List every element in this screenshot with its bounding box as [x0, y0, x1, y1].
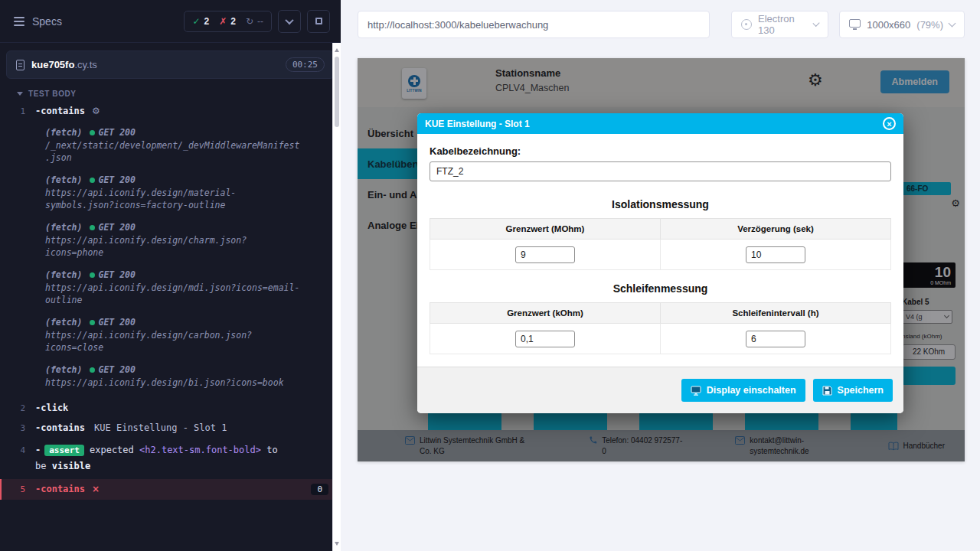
refresh-icon: ↻: [246, 16, 253, 27]
chevron-down-icon: [949, 19, 956, 27]
test-body-label: TEST BODY: [28, 90, 77, 98]
column-header: Grenzwert (MOhm): [430, 219, 661, 240]
command-message: KUE Einstellung - Slot 1: [94, 422, 227, 433]
monitor-icon: [691, 386, 701, 396]
test-body-toggle[interactable]: TEST BODY: [0, 79, 341, 101]
electron-icon: [741, 19, 752, 30]
isolationsmessung-table: Grenzwert (MOhm) Verzögerung (sek): [430, 218, 891, 270]
command-contains-failed[interactable]: 5 -contains × 0: [0, 479, 341, 500]
check-icon: ✓: [192, 16, 200, 27]
command-contains-2[interactable]: 3 -contains KUE Einstellung - Slot 1: [0, 418, 341, 438]
command-method: -contains: [35, 484, 85, 494]
spec-file-row[interactable]: kue705fo.cy.ts 00:25: [6, 51, 335, 79]
command-method: -click: [35, 403, 68, 413]
stop-tests-button[interactable]: [307, 10, 330, 33]
browser-chrome-bar: Electron 130 1000x660 (79%): [358, 11, 965, 38]
stat-pending: ↻--: [246, 16, 263, 27]
scroll-down-arrow-icon[interactable]: [335, 542, 339, 546]
command-method: -contains: [35, 106, 85, 116]
fetch-url: /_next/static/development/_devMiddleware…: [45, 139, 302, 165]
browser-pane: Electron 130 1000x660 (79%) LITTWIN Stat…: [341, 0, 980, 551]
chevron-down-icon: [285, 15, 293, 24]
status-dot-icon: [90, 225, 95, 230]
isolationsmessung-heading: Isolationsmessung: [430, 198, 891, 210]
stat-failed: ✗2: [219, 16, 236, 27]
stop-icon: [315, 18, 322, 24]
schleifenmessung-heading: Schleifenmessung: [430, 282, 891, 295]
fetch-url: https://api.iconify.design/material-symb…: [45, 187, 302, 212]
auto-scroll-button[interactable]: [278, 10, 301, 33]
command-number: 1: [0, 106, 35, 116]
speichern-button[interactable]: Speichern: [813, 379, 893, 402]
modal-title: KUE Einstellung - Slot 1: [425, 119, 530, 129]
fetch-url: https://api.iconify.design/bi.json?icons…: [45, 377, 302, 390]
command-log: 1 -contains ⚙ (fetch)GET 200 /_next/stat…: [0, 101, 341, 500]
chevron-down-icon: [812, 19, 819, 26]
fetch-log-row: (fetch)GET 200 https://api.iconify.desig…: [45, 174, 330, 212]
assert-badge: assert: [44, 445, 84, 456]
command-click[interactable]: 2 -click: [0, 398, 341, 418]
column-header: Grenzwert (kOhm): [430, 303, 661, 324]
fetch-url: https://api.iconify.design/carbon.json?i…: [45, 329, 302, 354]
grenzwert-mohm-input[interactable]: [515, 246, 575, 263]
scroll-up-arrow-icon[interactable]: [335, 48, 339, 52]
command-number: 5: [2, 484, 35, 494]
fetch-log-row: (fetch)GET 200 /_next/static/development…: [45, 126, 330, 165]
fetch-log-row: (fetch)GET 200 https://api.iconify.desig…: [45, 364, 330, 389]
column-header: Schleifenintervall (h): [661, 303, 891, 324]
fetch-url: https://api.iconify.design/charm.json?ic…: [45, 234, 302, 259]
command-contains-1[interactable]: 1 -contains ⚙: [0, 101, 341, 121]
status-dot-icon: [90, 272, 95, 278]
schleifenmessung-table: Grenzwert (kOhm) Schleifenintervall (h): [430, 302, 891, 354]
grenzwert-kohm-input[interactable]: [515, 331, 575, 347]
reporter-scrollbar[interactable]: [332, 43, 341, 551]
command-number: 2: [0, 403, 35, 413]
app-under-test: LITTWIN Stationsname CPLV4_Maschen ⚙ Abm…: [358, 58, 965, 461]
viewport-selector[interactable]: 1000x660 (79%): [839, 11, 965, 38]
stat-passed: ✓2: [192, 16, 209, 27]
spec-file-icon: [16, 60, 24, 70]
save-icon: [822, 386, 832, 396]
command-number: 4: [0, 445, 35, 455]
reporter-header: Specs ✓2 ✗2 ↻--: [0, 0, 341, 43]
column-header: Verzögerung (sek): [661, 219, 891, 240]
status-dot-icon: [90, 367, 95, 373]
kue-settings-modal: KUE Einstellung - Slot 1 × Kabelbezeichn…: [417, 113, 903, 413]
test-stats: ✓2 ✗2 ↻--: [184, 11, 272, 32]
specs-label: Specs: [32, 15, 62, 28]
modal-footer: Display einschalten Speichern: [417, 367, 903, 413]
browser-selector[interactable]: Electron 130: [731, 11, 828, 38]
fetch-log-row: (fetch)GET 200 https://api.iconify.desig…: [45, 221, 330, 259]
assert-target: <h2.text-sm.font-bold>: [139, 445, 261, 455]
scrollbar-thumb[interactable]: [335, 57, 339, 127]
status-dot-icon: [90, 320, 95, 325]
modal-titlebar: KUE Einstellung - Slot 1 ×: [417, 113, 903, 134]
close-icon[interactable]: ×: [883, 117, 896, 130]
fetch-log-row: (fetch)GET 200 https://api.iconify.desig…: [45, 316, 330, 354]
fetch-log-row: (fetch)GET 200 https://api.iconify.desig…: [45, 269, 330, 307]
viewport-zoom: (79%): [916, 19, 943, 31]
specs-list-icon: [14, 17, 24, 26]
viewport-size: 1000x660: [867, 19, 910, 31]
spec-timer: 00:25: [286, 57, 325, 72]
command-assert[interactable]: 4 -assertexpected <h2.text-sm.font-bold>…: [0, 438, 341, 478]
command-number: 3: [0, 423, 35, 433]
error-x-icon: ×: [92, 484, 100, 494]
gear-icon: ⚙: [92, 106, 100, 116]
cypress-reporter-panel: Specs ✓2 ✗2 ↻-- kue705fo.cy.ts 00:25 TES…: [0, 0, 341, 551]
retry-count-badge: 0: [311, 484, 328, 495]
cross-icon: ✗: [219, 16, 227, 27]
specs-menu-button[interactable]: Specs: [14, 15, 62, 28]
url-input[interactable]: [368, 19, 700, 31]
assert-message: -assertexpected <h2.text-sm.font-bold> t…: [35, 442, 289, 474]
display-einschalten-button[interactable]: Display einschalten: [681, 379, 805, 402]
schleifenintervall-input[interactable]: [746, 331, 805, 347]
viewport-icon: [849, 19, 861, 28]
url-bar[interactable]: [358, 11, 710, 38]
kabelbezeichnung-label: Kabelbezeichnung:: [430, 145, 891, 157]
kabelbezeichnung-input[interactable]: [430, 161, 891, 181]
command-method: -contains: [35, 422, 85, 433]
verzoegerung-sek-input[interactable]: [746, 246, 805, 263]
status-dot-icon: [90, 178, 95, 183]
browser-name: Electron 130: [758, 13, 808, 36]
